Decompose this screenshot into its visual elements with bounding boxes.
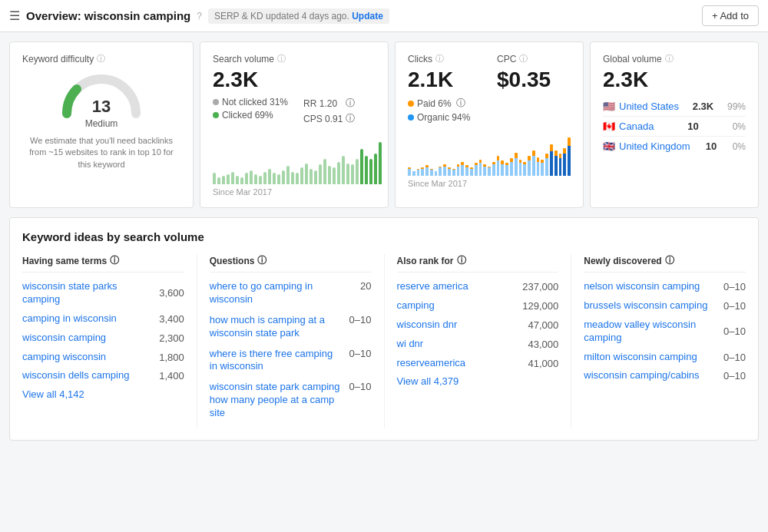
newly-discovered-help-icon[interactable]: ⓘ (665, 254, 674, 267)
ki-title: Keyword ideas by search volume (22, 230, 746, 243)
also-rank-link[interactable]: reserveamerica (397, 357, 466, 370)
menu-icon[interactable]: ☰ (9, 8, 20, 23)
list-item: how much is camping at a wisconsin state… (210, 314, 372, 340)
clicks-bar-group (537, 134, 540, 176)
same-terms-help-icon[interactable]: ⓘ (110, 254, 119, 267)
clicks-bar-group (448, 134, 451, 176)
clicks-bar-group (492, 134, 495, 176)
list-item: camping129,000 (397, 299, 559, 312)
country-link[interactable]: 🇬🇧 United Kingdom (603, 140, 690, 152)
clicks-help-icon[interactable]: ⓘ (435, 53, 444, 64)
rr-help-icon[interactable]: ⓘ (346, 97, 355, 110)
sv-rr-cps: RR 1.20ⓘ CPS 0.91ⓘ (303, 97, 355, 127)
sv-bar (231, 172, 234, 185)
cpc-section: CPC ⓘ $0.35 (497, 53, 571, 125)
keyword-ideas-section: Keyword ideas by search volume Having sa… (9, 217, 759, 441)
newly-discovered-link[interactable]: wisconsin camping/cabins (584, 369, 699, 382)
country-pct: 0% (733, 141, 746, 152)
clicks-bar-group (425, 134, 429, 176)
cpc-label: CPC ⓘ (497, 53, 571, 64)
country-link[interactable]: 🇨🇦 Canada (603, 121, 654, 132)
also-rank-link[interactable]: reserve america (397, 280, 468, 293)
organic-bar (421, 169, 424, 176)
gv-help-icon[interactable]: ⓘ (665, 53, 674, 64)
sv-bar (296, 173, 299, 184)
question-link[interactable]: where is there free camping in wisconsin (210, 348, 343, 374)
also-rank-help-icon[interactable]: ⓘ (457, 254, 466, 267)
ki-columns: Having same terms ⓘ wisconsin state park… (22, 254, 746, 428)
paid-bar (568, 137, 571, 146)
sv-bar (337, 162, 340, 184)
questions-help-icon[interactable]: ⓘ (257, 254, 266, 267)
also-rank-link[interactable]: wi dnr (397, 338, 424, 351)
same-terms-view-all[interactable]: View all 4,142 (22, 388, 184, 400)
clicks-bar-group (488, 134, 491, 176)
organic-bar (479, 163, 482, 176)
organic-bar (439, 167, 442, 176)
organic-bar (461, 165, 464, 176)
sv-since-label: Since Mar 2017 (213, 187, 376, 197)
clicks-bar-group (417, 134, 420, 176)
list-item: camping wisconsin1,800 (22, 351, 184, 364)
keyword-link[interactable]: wisconsin camping (22, 332, 106, 345)
sv-bar (342, 156, 345, 184)
question-volume: 0–10 (349, 314, 372, 325)
newly-discovered-link[interactable]: brussels wisconsin camping (584, 299, 707, 312)
also-rank-link[interactable]: camping (397, 299, 435, 312)
clicks-bar-group (545, 134, 548, 176)
sv-bar (254, 174, 257, 184)
cpc-help-icon[interactable]: ⓘ (519, 53, 528, 64)
update-link[interactable]: Update (352, 11, 383, 21)
cps-help-icon[interactable]: ⓘ (346, 112, 355, 125)
sv-bar (277, 174, 280, 184)
question-link[interactable]: wisconsin state park camping how many pe… (210, 381, 343, 420)
clicks-bar-group (541, 134, 544, 176)
paid-help-icon[interactable]: ⓘ (456, 97, 465, 110)
list-item: milton wisconsin camping0–10 (584, 351, 746, 364)
sv-bar (273, 173, 276, 184)
sv-bar (259, 176, 262, 184)
clicks-section: Clicks ⓘ 2.1K Paid 6%ⓘ Organic 94% (408, 53, 482, 125)
keyword-link[interactable]: wisconsin dells camping (22, 369, 129, 382)
keyword-link[interactable]: wisconsin state parks camping (22, 280, 153, 306)
sv-help-icon[interactable]: ⓘ (277, 53, 286, 64)
kd-label: Keyword difficulty ⓘ (22, 53, 180, 64)
keyword-link[interactable]: camping wisconsin (22, 351, 106, 364)
newly-discovered-volume: 0–10 (723, 370, 746, 382)
sv-bar (323, 159, 326, 184)
help-icon[interactable]: ? (197, 11, 202, 21)
organic-bar (550, 151, 553, 176)
also-rank-view-all[interactable]: View all 4,379 (397, 375, 559, 387)
newly-discovered-link[interactable]: milton wisconsin camping (584, 351, 697, 364)
organic-bar (417, 170, 420, 176)
clicks-bar-group (483, 134, 486, 176)
ki-col-newly-discovered: Newly discovered ⓘ nelson wisconsin camp… (571, 254, 746, 428)
newly-discovered-link[interactable]: meadow valley wisconsin camping (584, 319, 717, 345)
question-link[interactable]: how much is camping at a wisconsin state… (210, 314, 343, 340)
flag-icon: 🇺🇸 (603, 101, 615, 112)
clicks-bar-group (532, 134, 535, 176)
keyword-link[interactable]: camping in wisconsin (22, 312, 117, 325)
gauge-wrapper: 13 (59, 68, 144, 118)
clicks-bar-group (412, 134, 415, 176)
also-rank-volume: 129,000 (522, 300, 558, 312)
newly-discovered-link[interactable]: nelson wisconsin camping (584, 280, 700, 293)
also-rank-link[interactable]: wisconsin dnr (397, 319, 458, 332)
organic-bar (425, 167, 429, 176)
kd-help-icon[interactable]: ⓘ (97, 53, 105, 64)
country-pct: 99% (727, 101, 746, 112)
country-link[interactable]: 🇺🇸 United States (603, 101, 679, 112)
organic-bar (532, 156, 535, 176)
also-rank-volume: 41,000 (528, 358, 558, 369)
list-item: wisconsin state park camping how many pe… (210, 381, 372, 420)
question-volume: 0–10 (349, 348, 372, 359)
clicks-bar-group (563, 134, 566, 176)
list-item: wisconsin dells camping1,400 (22, 369, 184, 382)
clicks-bar-group (457, 134, 460, 176)
global-volume-card: Global volume ⓘ 2.3K 🇺🇸 United States 2.… (590, 41, 759, 208)
add-to-button[interactable]: + Add to (702, 5, 759, 26)
sv-bar (365, 156, 368, 184)
question-link[interactable]: where to go camping in wisconsin (210, 280, 354, 306)
list-item: where is there free camping in wisconsin… (210, 348, 372, 374)
list-item: where to go camping in wisconsin 20 (210, 280, 372, 306)
